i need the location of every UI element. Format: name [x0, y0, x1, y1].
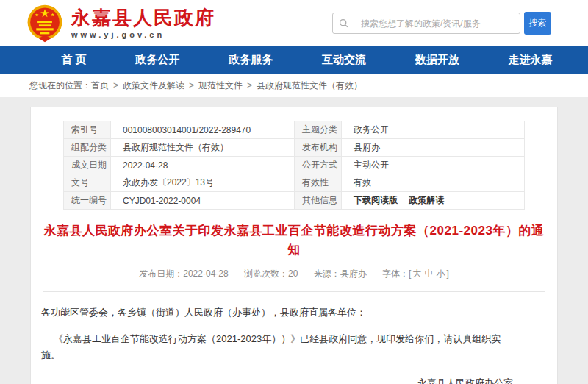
meta-label: 主题分类	[295, 121, 342, 139]
breadcrumb-current: 县政府规范性文件（有效）	[257, 79, 362, 92]
meta-label: 统一编号	[64, 192, 111, 210]
brand-text: 永嘉县人民政府 www.yj.gov.cn	[71, 7, 215, 39]
breadcrumb: 您现在的位置： 首页 > 政策文件及解读 > 规范性文件 > 县政府规范性文件（…	[0, 74, 588, 97]
main-nav: 首 页 政务公开 政务服务 互动交流 数据开放 走进永嘉	[0, 46, 588, 74]
publish-date-value: 2022-04-28	[183, 269, 228, 279]
breadcrumb-home[interactable]: 首页	[91, 79, 109, 92]
search-button[interactable]: 搜索	[524, 12, 551, 35]
policy-interpretation-link[interactable]: 政策解读	[409, 195, 444, 205]
publish-date-label: 发布日期：	[139, 269, 183, 279]
site-url: www.yj.gov.cn	[71, 30, 215, 39]
document-meta-table: 索引号 001008003014001/2022-289470 主题分类 政务公…	[63, 121, 525, 210]
meta-label: 其他信息	[295, 192, 342, 210]
body-paragraph: 《永嘉县工业百企节能改造行动方案（2021-2023年））》已经县政府同意，现印…	[41, 331, 513, 363]
search-input[interactable]	[359, 18, 514, 29]
meta-value-doc-number: 永政办发〔2022〕13号	[111, 174, 295, 192]
table-row: 组配分类 县政府规范性文件（有效） 发布机构 县府办	[64, 139, 525, 157]
meta-label: 文号	[64, 174, 111, 192]
breadcrumb-policy-docs[interactable]: 政策文件及解读	[123, 79, 184, 92]
source-value: 县府办	[340, 269, 367, 279]
meta-value-issuing-agency: 县府办	[342, 139, 525, 157]
font-size-large-button[interactable]: 大	[412, 269, 421, 279]
search-divider	[354, 18, 354, 29]
meta-value-validity: 有效	[342, 174, 525, 192]
view-count-value: 20	[288, 269, 298, 279]
source: 来源：县府办	[314, 269, 367, 279]
meta-value-unified-number: CYJD01-2022-0004	[111, 192, 295, 210]
site-brand: 永嘉县人民政府 www.yj.gov.cn	[25, 4, 215, 43]
font-size-small-button[interactable]: 小	[436, 269, 445, 279]
meta-value-other-info: 下载阅读版 政策解读	[342, 192, 525, 210]
document-body: 各功能区管委会，各乡镇（街道）人民政府（办事处），县政府直属各单位： 《永嘉县工…	[31, 292, 557, 384]
nav-item-gov-services[interactable]: 政务服务	[229, 53, 273, 67]
search-area: 搜索	[332, 12, 551, 35]
table-row: 统一编号 CYJD01-2022-0004 其他信息 下载阅读版 政策解读	[64, 192, 525, 210]
document-meta-line: 发布日期：2022-04-28 浏览次数：20 来源：县府办 字体：[大中小]	[31, 268, 557, 280]
nav-item-interaction[interactable]: 互动交流	[322, 53, 366, 67]
meta-value-index-number: 001008003014001/2022-289470	[111, 121, 295, 139]
breadcrumb-normative-docs[interactable]: 规范性文件	[198, 79, 243, 92]
nav-item-home[interactable]: 首 页	[61, 53, 86, 67]
nav-item-open-data[interactable]: 数据开放	[415, 53, 459, 67]
search-box[interactable]	[332, 13, 520, 34]
view-count: 浏览次数：20	[244, 269, 298, 279]
table-row: 文号 永政办发〔2022〕13号 有效性 有效	[64, 174, 525, 192]
font-size-control: 字体：[大中小]	[382, 269, 449, 279]
search-icon	[339, 18, 348, 28]
view-count-label: 浏览次数：	[244, 269, 288, 279]
table-row: 索引号 001008003014001/2022-289470 主题分类 政务公…	[64, 121, 525, 139]
breadcrumb-prefix: 您现在的位置：	[29, 79, 91, 92]
publish-date: 发布日期：2022-04-28	[139, 269, 228, 279]
meta-label: 成文日期	[64, 157, 111, 174]
breadcrumb-separator: >	[247, 80, 252, 90]
font-size-label: 字体：[	[382, 269, 411, 279]
meta-label: 组配分类	[64, 139, 111, 157]
meta-label: 索引号	[64, 121, 111, 139]
table-row: 成文日期 2022-04-28 公开方式 主动公开	[64, 157, 525, 174]
font-size-medium-button[interactable]: 中	[424, 269, 433, 279]
meta-value-group-category: 县政府规范性文件（有效）	[111, 139, 295, 157]
source-label: 来源：	[314, 269, 340, 279]
meta-value-topic-category: 政务公开	[342, 121, 525, 139]
national-emblem-icon	[25, 4, 65, 43]
document-title: 永嘉县人民政府办公室关于印发永嘉县工业百企节能改造行动方案（2021-2023年…	[39, 221, 550, 260]
meta-value-disclosure-method: 主动公开	[342, 157, 525, 174]
body-paragraph: 各功能区管委会，各乡镇（街道）人民政府（办事处），县政府直属各单位：	[41, 305, 513, 320]
breadcrumb-separator: >	[113, 80, 118, 90]
meta-label: 发布机构	[295, 139, 342, 157]
meta-label: 公开方式	[295, 157, 342, 174]
meta-value-issue-date: 2022-04-28	[111, 157, 295, 174]
font-size-bracket: ]	[446, 269, 448, 279]
site-name: 永嘉县人民政府	[71, 7, 215, 29]
document-card: 索引号 001008003014001/2022-289470 主题分类 政务公…	[30, 107, 558, 384]
meta-label: 有效性	[295, 174, 342, 192]
breadcrumb-separator: >	[189, 80, 194, 90]
signature-office: 永嘉县人民政府办公室	[41, 375, 513, 384]
nav-item-gov-disclosure[interactable]: 政务公开	[135, 53, 179, 67]
main-area: 索引号 001008003014001/2022-289470 主题分类 政务公…	[0, 97, 588, 384]
download-reading-version-link[interactable]: 下载阅读版	[354, 195, 398, 205]
nav-item-about-yongjia[interactable]: 走进永嘉	[509, 53, 553, 67]
site-header: 永嘉县人民政府 www.yj.gov.cn 搜索	[0, 0, 588, 46]
